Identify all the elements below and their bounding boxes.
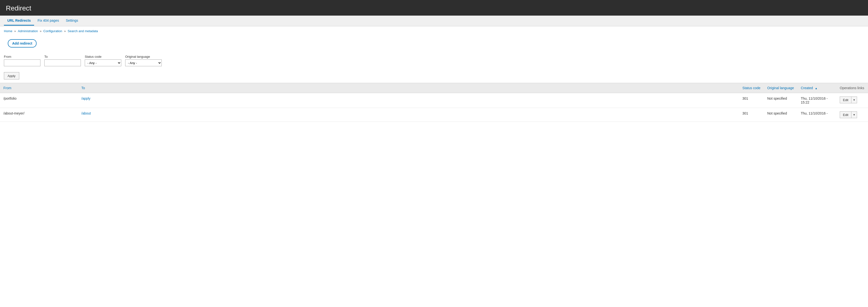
table-header-row: From To Status code Original language Cr… — [0, 83, 868, 93]
original-language-label: Original language — [125, 55, 162, 59]
original-language-select[interactable]: - Any - — [125, 59, 162, 66]
breadcrumb-home[interactable]: Home — [4, 29, 12, 33]
to-input[interactable] — [44, 59, 81, 66]
dropdown-arrow-icon-0: ▾ — [854, 98, 855, 101]
breadcrumb-sep-1: » — [14, 29, 17, 33]
edit-dropdown-1[interactable]: ▾ — [851, 111, 857, 118]
filter-form: From To Status code - Any - Original lan… — [0, 52, 868, 83]
col-header-status-code[interactable]: Status code — [739, 83, 764, 93]
apply-button[interactable]: Apply — [4, 72, 19, 80]
col-header-operations: Operations links — [836, 83, 868, 93]
breadcrumb-sep-3: » — [64, 29, 67, 33]
cell-created-1: Thu, 11/10/2016 - — [797, 108, 836, 122]
cell-status-1: 301 — [739, 108, 764, 122]
cell-created-0: Thu, 11/10/2016 - 15:22 — [797, 93, 836, 108]
status-code-filter-field: Status code - Any - — [85, 55, 121, 66]
table-row: /portfolio /apply 301 Not specified Thu,… — [0, 93, 868, 108]
breadcrumb-sep-2: » — [40, 29, 42, 33]
col-header-to[interactable]: To — [78, 83, 739, 93]
op-btn-group-1: Edit ▾ — [840, 111, 865, 118]
op-btn-group-0: Edit ▾ — [840, 96, 865, 103]
dropdown-arrow-icon-1: ▾ — [854, 113, 855, 117]
cell-to-0: /apply — [78, 93, 739, 108]
cell-from-0: /portfolio — [0, 93, 78, 108]
cell-lang-0: Not specified — [764, 93, 797, 108]
table-row: /about-meyer/ /about 301 Not specified T… — [0, 108, 868, 122]
cell-from-1: /about-meyer/ — [0, 108, 78, 122]
tab-url-redirects[interactable]: URL Redirects — [4, 16, 34, 26]
sort-arrow-created: ▲ — [815, 87, 817, 90]
cell-ops-0: Edit ▾ — [836, 93, 868, 108]
cell-lang-1: Not specified — [764, 108, 797, 122]
header-bar: Redirect — [0, 0, 868, 16]
col-header-created[interactable]: Created ▲ — [797, 83, 836, 93]
tab-navigation: URL Redirects Fix 404 pages Settings — [0, 16, 868, 26]
edit-button-0[interactable]: Edit — [840, 96, 851, 103]
to-link-0[interactable]: /apply — [81, 96, 90, 100]
page-title: Redirect — [6, 4, 862, 12]
tab-fix-404-pages[interactable]: Fix 404 pages — [34, 16, 62, 26]
cell-ops-1: Edit ▾ — [836, 108, 868, 122]
edit-dropdown-0[interactable]: ▾ — [851, 96, 857, 103]
status-code-select[interactable]: - Any - — [85, 59, 121, 66]
to-link-1[interactable]: /about — [81, 111, 91, 115]
tab-settings[interactable]: Settings — [62, 16, 82, 26]
redirects-table-container: From To Status code Original language Cr… — [0, 83, 868, 122]
add-redirect-button[interactable]: Add redirect — [8, 39, 36, 48]
breadcrumb: Home » Administration » Configuration » … — [0, 26, 868, 36]
cell-to-1: /about — [78, 108, 739, 122]
filter-row: From To Status code - Any - Original lan… — [4, 55, 864, 66]
breadcrumb-configuration[interactable]: Configuration — [43, 29, 62, 33]
cell-status-0: 301 — [739, 93, 764, 108]
original-language-filter-field: Original language - Any - — [125, 55, 162, 66]
breadcrumb-search-metadata[interactable]: Search and metadata — [68, 29, 98, 33]
to-filter-field: To — [44, 55, 81, 66]
from-input[interactable] — [4, 59, 40, 66]
edit-button-1[interactable]: Edit — [840, 111, 851, 118]
col-header-original-language[interactable]: Original language — [764, 83, 797, 93]
from-filter-field: From — [4, 55, 40, 66]
from-label: From — [4, 55, 40, 59]
col-header-from[interactable]: From — [0, 83, 78, 93]
breadcrumb-administration[interactable]: Administration — [18, 29, 38, 33]
redirects-table: From To Status code Original language Cr… — [0, 83, 868, 122]
status-code-label: Status code — [85, 55, 121, 59]
to-label: To — [44, 55, 81, 59]
